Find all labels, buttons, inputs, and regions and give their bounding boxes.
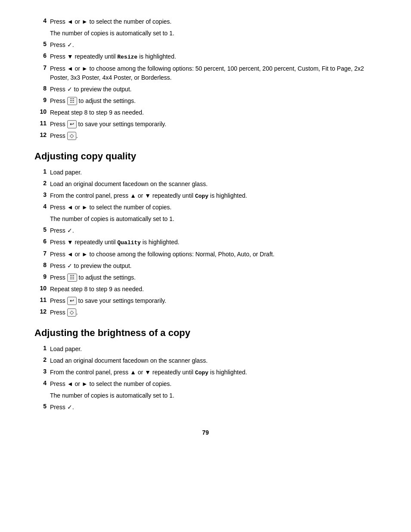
step-10: 10 Repeat step 8 to step 9 as needed.: [34, 285, 377, 294]
step-7: 7 Press ◄ or ► to choose among the follo…: [34, 64, 377, 82]
step-number: 5: [34, 226, 47, 233]
step-4: 4 Press ◄ or ► to select the number of c…: [34, 380, 377, 389]
step-content: From the control panel, press ▲ or ▼ rep…: [50, 191, 377, 201]
step-content: Press ✓ to preview the output.: [50, 261, 377, 271]
step-content: Press ☷ to adjust the settings.: [50, 96, 377, 106]
step-6: 6 Press ▼ repeatedly until Quality is hi…: [34, 238, 377, 247]
step-content: Press ▼ repeatedly until Resize is highl…: [50, 52, 377, 62]
step-number: 4: [34, 380, 47, 386]
step-content: Press ▼ repeatedly until Quality is high…: [50, 238, 377, 247]
step-content: Repeat step 8 to step 9 as needed.: [50, 108, 377, 117]
start-button-icon: ◇: [67, 132, 76, 140]
step-number: 7: [34, 64, 47, 71]
step-number: 4: [34, 203, 47, 210]
step-content: Press ↩ to save your settings temporaril…: [50, 296, 377, 305]
continuing-section: 4 Press ◄ or ► to select the number of c…: [34, 17, 377, 140]
step-number: 10: [34, 285, 47, 292]
step-number: 8: [34, 85, 47, 92]
step-content: Press ✓ to preview the output.: [50, 85, 377, 94]
step-number: 7: [34, 250, 47, 257]
step-5: 5 Press ✓.: [34, 40, 377, 50]
step-1: 1 Load paper.: [34, 168, 377, 177]
step-content: Press ☷ to adjust the settings.: [50, 273, 377, 282]
step-note: The number of copies is automatically se…: [50, 391, 377, 400]
step-number: 5: [34, 403, 47, 410]
step-number: 9: [34, 273, 47, 280]
step-number: 3: [34, 368, 47, 375]
step-content: Press ◄ or ► to select the number of cop…: [50, 17, 377, 26]
step-8: 8 Press ✓ to preview the output.: [34, 261, 377, 271]
step-number: 12: [34, 131, 47, 138]
adjusting-brightness-section: Adjusting the brightness of a copy 1 Loa…: [34, 327, 377, 412]
step-8: 8 Press ✓ to preview the output.: [34, 85, 377, 94]
step-4: 4 Press ◄ or ► to select the number of c…: [34, 203, 377, 212]
step-number: 8: [34, 261, 47, 268]
step-content: Press ◄ or ► to choose among the followi…: [50, 64, 377, 82]
step-number: 2: [34, 180, 47, 187]
step-5: 5 Press ✓.: [34, 226, 377, 235]
back-button-icon: ↩: [67, 120, 77, 128]
step-number: 11: [34, 120, 47, 127]
step-content: Press ◄ or ► to choose among the followi…: [50, 250, 377, 259]
step-content: Press ◇.: [50, 308, 377, 317]
step-1: 1 Load paper.: [34, 345, 377, 354]
step-number: 6: [34, 238, 47, 245]
step-number: 12: [34, 308, 47, 315]
step-12: 12 Press ◇.: [34, 308, 377, 317]
step-11: 11 Press ↩ to save your settings tempora…: [34, 120, 377, 129]
step-content: Press ◇.: [50, 131, 377, 140]
step-number: 9: [34, 96, 47, 103]
step-9: 9 Press ☷ to adjust the settings.: [34, 273, 377, 282]
start-button-icon: ◇: [67, 308, 76, 317]
step-content: Press ✓.: [50, 40, 377, 50]
step-note: The number of copies is automatically se…: [50, 215, 377, 224]
step-number: 1: [34, 168, 47, 175]
section-header-brightness: Adjusting the brightness of a copy: [34, 327, 377, 339]
step-2: 2 Load an original document facedown on …: [34, 356, 377, 365]
step-content: Load paper.: [50, 345, 377, 354]
step-9: 9 Press ☷ to adjust the settings.: [34, 96, 377, 106]
step-content: Press ↩ to save your settings temporaril…: [50, 120, 377, 129]
menu-button-icon: ☷: [67, 274, 77, 282]
step-11: 11 Press ↩ to save your settings tempora…: [34, 296, 377, 305]
step-content: Load an original document facedown on th…: [50, 356, 377, 365]
step-content: Load an original document facedown on th…: [50, 180, 377, 189]
step-number: 4: [34, 17, 47, 24]
step-2: 2 Load an original document facedown on …: [34, 180, 377, 189]
step-5: 5 Press ✓.: [34, 403, 377, 412]
step-3: 3 From the control panel, press ▲ or ▼ r…: [34, 191, 377, 201]
step-3: 3 From the control panel, press ▲ or ▼ r…: [34, 368, 377, 377]
step-number: 11: [34, 296, 47, 303]
step-number: 2: [34, 356, 47, 363]
step-content: From the control panel, press ▲ or ▼ rep…: [50, 368, 377, 377]
step-content: Press ✓.: [50, 403, 377, 412]
step-content: Press ◄ or ► to select the number of cop…: [50, 203, 377, 212]
back-button-icon: ↩: [67, 297, 77, 305]
step-4: 4 Press ◄ or ► to select the number of c…: [34, 17, 377, 26]
menu-button-icon: ☷: [67, 97, 77, 105]
adjusting-copy-quality-section: Adjusting copy quality 1 Load paper. 2 L…: [34, 151, 377, 317]
step-content: Press ◄ or ► to select the number of cop…: [50, 380, 377, 389]
step-number: 6: [34, 52, 47, 59]
step-7: 7 Press ◄ or ► to choose among the follo…: [34, 250, 377, 259]
step-content: Press ✓.: [50, 226, 377, 235]
step-number: 10: [34, 108, 47, 115]
step-content: Load paper.: [50, 168, 377, 177]
section-header-copy-quality: Adjusting copy quality: [34, 151, 377, 162]
step-note: The number of copies is automatically se…: [50, 29, 377, 38]
step-content: Repeat step 8 to step 9 as needed.: [50, 285, 377, 294]
page-number: 79: [34, 429, 377, 436]
step-number: 5: [34, 40, 47, 47]
step-6: 6 Press ▼ repeatedly until Resize is hig…: [34, 52, 377, 62]
step-number: 3: [34, 191, 47, 198]
step-number: 1: [34, 345, 47, 352]
step-10: 10 Repeat step 8 to step 9 as needed.: [34, 108, 377, 117]
step-12: 12 Press ◇.: [34, 131, 377, 140]
